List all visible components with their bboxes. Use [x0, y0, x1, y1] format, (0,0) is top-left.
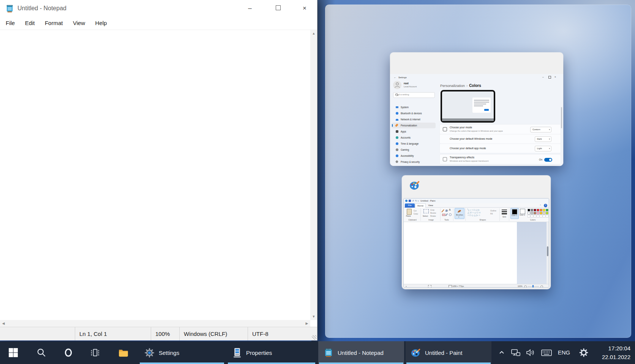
- color1-button[interactable]: Color 1: [510, 208, 519, 219]
- brushes-button[interactable]: Brushes ▾: [455, 208, 464, 219]
- magnifier-icon[interactable]: [449, 213, 452, 216]
- close-button[interactable]: ×: [554, 75, 556, 79]
- outline-label[interactable]: Outline: [490, 210, 496, 212]
- app-mode-dropdown[interactable]: Light▾: [535, 146, 551, 151]
- palette-swatch-empty[interactable]: [528, 215, 530, 217]
- palette-swatch[interactable]: [549, 212, 549, 214]
- palette-swatch[interactable]: [531, 212, 533, 214]
- find-a-setting-input[interactable]: Find a setting: [393, 92, 435, 98]
- collapse-ribbon-icon[interactable]: ^: [539, 203, 542, 208]
- horizontal-scrollbar[interactable]: ◀ ▶: [0, 320, 310, 327]
- select-icon[interactable]: [423, 209, 429, 213]
- scroll-down-icon[interactable]: ▼: [310, 313, 317, 320]
- tray-network-button[interactable]: [509, 341, 523, 364]
- close-button[interactable]: ×: [296, 2, 313, 15]
- size-icon[interactable]: [502, 213, 507, 214]
- palette-swatch-empty[interactable]: [543, 215, 545, 217]
- menu-help[interactable]: Help: [91, 17, 111, 28]
- zoom-out-button[interactable]: [524, 285, 527, 288]
- transparency-toggle[interactable]: [544, 158, 552, 162]
- fill-icon[interactable]: [445, 210, 448, 212]
- sidebar-item-accessibility[interactable]: Accessibility: [392, 153, 436, 159]
- palette-swatch[interactable]: [549, 209, 549, 211]
- paste-label[interactable]: Paste: [406, 215, 411, 217]
- tray-show-hidden-icons[interactable]: [496, 341, 507, 364]
- size-label[interactable]: Size: [502, 216, 506, 218]
- paint-window-thumbnail[interactable]: ↺ ↻ ▾ Untitled - Paint File Home View ^ …: [403, 198, 549, 288]
- palette-swatch[interactable]: [537, 209, 539, 211]
- sidebar-item-apps[interactable]: Apps: [392, 129, 436, 134]
- setting-row-app-mode[interactable]: Choose your default app mode Light▾: [439, 143, 561, 153]
- tab-view[interactable]: View: [426, 203, 436, 208]
- setting-row-choose-mode[interactable]: Choose your mode Change the colors that …: [439, 124, 561, 134]
- color-picker-icon[interactable]: [445, 213, 448, 216]
- vertical-scrollbar[interactable]: ▲ ▼: [310, 30, 317, 320]
- rotate-label[interactable]: Rotate: [430, 215, 436, 217]
- palette-swatch[interactable]: [546, 209, 548, 211]
- help-icon[interactable]: ?: [544, 204, 547, 207]
- sidebar-item-gaming[interactable]: Gaming: [392, 147, 436, 153]
- palette-swatch-empty[interactable]: [537, 215, 539, 217]
- scroll-left-icon[interactable]: ◀: [0, 320, 7, 327]
- snap-thumbnail-settings[interactable]: Settings ← Settings – × root Local Accou…: [390, 52, 563, 166]
- resize-grip[interactable]: [312, 335, 316, 340]
- tray-language-indicator[interactable]: ENG: [555, 341, 573, 364]
- save-icon[interactable]: [409, 200, 411, 202]
- setting-row-transparency[interactable]: Transparency effects Windows and surface…: [439, 154, 561, 164]
- setting-row-windows-mode[interactable]: Choose your default Windows mode Dark▾: [439, 134, 561, 144]
- select-label[interactable]: Select: [423, 215, 428, 217]
- fill-label[interactable]: Fill: [490, 213, 493, 215]
- notepad-titlebar[interactable]: Untitled - Notepad – ×: [0, 0, 317, 17]
- sidebar-item-accounts[interactable]: Accounts: [392, 135, 436, 140]
- settings-window-thumbnail[interactable]: ← Settings – × root Local Account Find a…: [390, 74, 563, 166]
- sidebar-item-system[interactable]: System: [392, 104, 436, 110]
- menu-file[interactable]: File: [2, 17, 19, 28]
- redo-icon[interactable]: ↻: [415, 200, 417, 202]
- tray-volume-button[interactable]: [524, 341, 537, 364]
- minimize-button[interactable]: –: [542, 75, 544, 79]
- pencil-icon[interactable]: [441, 209, 444, 212]
- eraser-icon[interactable]: [442, 214, 445, 216]
- file-explorer-button[interactable]: [112, 341, 135, 364]
- windows-mode-dropdown[interactable]: Dark▾: [535, 136, 551, 142]
- snap-thumbnail-paint[interactable]: Untitled - Paint ↺ ↻ ▾ Untitled - Paint …: [402, 175, 551, 289]
- palette-swatch[interactable]: [543, 209, 545, 211]
- menu-edit[interactable]: Edit: [21, 17, 39, 28]
- paint-canvas[interactable]: [404, 222, 517, 285]
- avatar[interactable]: [393, 81, 401, 89]
- scrollbar[interactable]: [561, 107, 562, 128]
- palette-swatch[interactable]: [546, 212, 548, 214]
- crop-label[interactable]: Crop: [430, 209, 434, 211]
- tray-clock[interactable]: 17:20:04 22.01.2022: [589, 344, 630, 361]
- notepad-text-area[interactable]: [0, 30, 310, 320]
- palette-swatch[interactable]: [534, 209, 536, 211]
- sidebar-item-bluetooth[interactable]: Bluetooth & devices: [392, 110, 436, 116]
- scroll-up-icon[interactable]: ▲: [310, 30, 317, 37]
- text-tool-icon[interactable]: A: [449, 208, 451, 211]
- taskbar-button-notepad[interactable]: Untitled - Notepad: [318, 341, 404, 364]
- maximize-button[interactable]: [548, 76, 551, 80]
- task-view-button[interactable]: [84, 341, 106, 364]
- start-button[interactable]: [3, 341, 24, 364]
- chevron-down-icon[interactable]: ▾: [418, 200, 419, 202]
- sidebar-item-time-language[interactable]: Time & language: [392, 141, 436, 147]
- palette-swatch-empty[interactable]: [531, 215, 533, 217]
- tab-file[interactable]: File: [405, 203, 415, 208]
- breadcrumb-parent[interactable]: Personalization: [440, 84, 465, 88]
- palette-swatch[interactable]: [534, 212, 536, 214]
- palette-swatch[interactable]: [531, 209, 533, 211]
- maximize-button[interactable]: [270, 2, 286, 15]
- undo-icon[interactable]: ↺: [412, 200, 414, 202]
- copy-label[interactable]: Copy: [414, 213, 418, 215]
- choose-mode-dropdown[interactable]: Custom▾: [530, 127, 551, 132]
- zoom-in-button[interactable]: [540, 285, 543, 288]
- palette-swatch-empty[interactable]: [546, 215, 548, 217]
- taskbar-button-settings[interactable]: Settings: [139, 341, 225, 364]
- cut-label[interactable]: Cut: [414, 210, 417, 212]
- tray-touch-keyboard-button[interactable]: [539, 341, 554, 364]
- menu-format[interactable]: Format: [41, 17, 67, 28]
- minimize-button[interactable]: –: [242, 2, 258, 15]
- sidebar-item-personalization[interactable]: Personalization: [392, 123, 436, 128]
- size-icon[interactable]: [502, 210, 507, 210]
- back-icon[interactable]: ←: [394, 76, 396, 79]
